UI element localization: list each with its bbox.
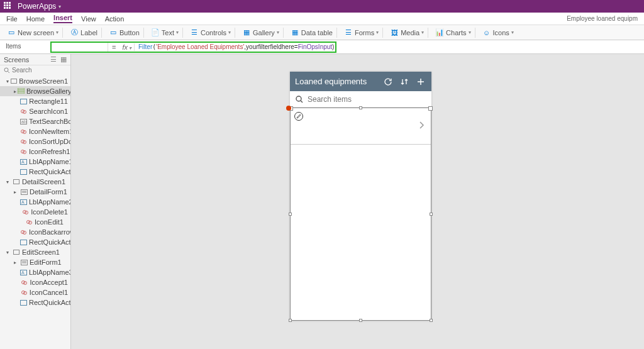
tree-item-label: RectQuickActionBar1: [29, 168, 70, 175]
waffle-icon[interactable]: [4, 2, 13, 11]
menu-home[interactable]: Home: [26, 15, 45, 23]
item-type-icon: A: [20, 199, 27, 205]
ribbon-data-table[interactable]: ▦Data table: [287, 28, 337, 38]
preview-search[interactable]: [290, 91, 431, 108]
chevron-down-icon: ▾: [129, 45, 131, 51]
toggle-icon[interactable]: ▸: [14, 89, 16, 94]
tree-item-RectQuickActionBar1[interactable]: RectQuickActionBar1: [0, 167, 70, 177]
add-icon[interactable]: [415, 76, 426, 87]
ribbon-charts[interactable]: 📊Charts▾: [432, 28, 475, 38]
fx-button[interactable]: fx▾: [119, 43, 135, 51]
item-type-icon: [18, 88, 25, 94]
toggle-icon[interactable]: ▸: [14, 260, 19, 265]
item-type-icon: [20, 169, 27, 175]
toggle-icon[interactable]: ▾: [6, 250, 11, 255]
tree-item-IconDelete1[interactable]: IconDelete1: [0, 207, 70, 217]
resize-handle[interactable]: [430, 319, 433, 322]
tree-item-RectQuickActionBar3[interactable]: RectQuickActionBar3: [0, 297, 70, 307]
tree-item-DetailScreen1[interactable]: ▾DetailScreen1: [0, 177, 70, 187]
resize-handle[interactable]: [289, 319, 292, 322]
chevron-right-icon[interactable]: [418, 121, 425, 131]
gallery-selected[interactable]: [290, 108, 431, 321]
tree-item-IconCancel1[interactable]: IconCancel1: [0, 287, 70, 297]
menu-view[interactable]: View: [81, 15, 96, 23]
tree-item-IconEdit1[interactable]: IconEdit1: [0, 217, 70, 227]
ribbon-forms[interactable]: ☰Forms▾: [341, 28, 383, 38]
tree-item-IconRefresh1[interactable]: IconRefresh1: [0, 147, 70, 157]
ribbon: ▭New screen▾ ⒶLabel ▭Button 📄Text▾ ☰Cont…: [0, 25, 644, 40]
svg-point-37: [24, 281, 27, 284]
property-dropdown[interactable]: [52, 43, 108, 52]
svg-point-27: [28, 221, 31, 224]
menu-file[interactable]: File: [6, 15, 18, 23]
formula-input[interactable]: Filter('Employee Loaned Equipments',your…: [135, 43, 335, 50]
svg-line-1: [8, 71, 10, 73]
tree-item-SearchIcon1[interactable]: SearchIcon1: [0, 106, 70, 116]
tree-item-IconNewItem1[interactable]: IconNewItem1: [0, 126, 70, 136]
tree-item-IconBackarrow1[interactable]: IconBackarrow1: [0, 227, 70, 237]
svg-rect-30: [21, 240, 27, 245]
resize-handle[interactable]: [289, 213, 292, 216]
resize-handle[interactable]: [359, 319, 362, 322]
tree-item-BrowseScreen1[interactable]: ▾BrowseScreen1: [0, 76, 70, 86]
equals-sign: =: [108, 43, 119, 51]
gallery-row[interactable]: [291, 108, 431, 145]
ribbon-gallery[interactable]: ▦Gallery▾: [239, 28, 284, 38]
toggle-icon[interactable]: ▾: [6, 179, 11, 185]
tree-item-RectQuickActionBar2[interactable]: RectQuickActionBar2: [0, 237, 70, 247]
item-type-icon: [11, 78, 17, 84]
rl: Label: [80, 29, 97, 36]
title-bar: PowerApps ▾: [0, 0, 644, 13]
tree-item-IconAccept1[interactable]: IconAccept1: [0, 277, 70, 287]
tree-search[interactable]: [0, 65, 70, 75]
toggle-icon[interactable]: ▾: [6, 79, 9, 84]
item-type-icon: [25, 219, 33, 225]
ribbon-media[interactable]: 🖼Media▾: [387, 28, 428, 38]
item-type-icon: [20, 138, 27, 145]
ribbon-icons[interactable]: ☺Icons▾: [479, 28, 518, 38]
edit-icon[interactable]: [294, 112, 303, 121]
tree-item-label: TextSearchBox1: [29, 118, 70, 125]
toggle-icon[interactable]: ▸: [14, 189, 19, 195]
tree-item-DetailForm1[interactable]: ▸DetailForm1: [0, 187, 70, 197]
svg-point-14: [21, 150, 25, 153]
resize-handle[interactable]: [430, 213, 433, 216]
ribbon-button[interactable]: ▭Button: [106, 28, 144, 38]
tree-search-input[interactable]: [12, 67, 62, 74]
canvas[interactable]: Loaned equipments: [71, 54, 644, 349]
grid-view-icon[interactable]: ▦: [60, 55, 67, 64]
property-select[interactable]: Items: [4, 42, 48, 52]
chevron-down-icon: ▾: [376, 30, 379, 35]
tree-item-IconSortUpDown1[interactable]: IconSortUpDown1: [0, 136, 70, 147]
tree-item-label: IconRefresh1: [29, 148, 70, 155]
tree-item-label: IconAccept1: [30, 279, 68, 286]
svg-point-38: [21, 291, 25, 294]
chevron-down-icon[interactable]: ▾: [58, 4, 61, 9]
list-view-icon[interactable]: ☰: [50, 55, 57, 64]
tree-item-BrowseGallery1[interactable]: ▸BrowseGallery1: [0, 86, 70, 96]
button-icon: ▭: [109, 29, 117, 36]
item-type-icon: [20, 189, 28, 195]
refresh-icon[interactable]: [382, 76, 394, 87]
rl: Icons: [493, 29, 509, 36]
formula-str: 'Employee Loaned Equipments': [156, 43, 244, 50]
ribbon-text[interactable]: 📄Text▾: [148, 28, 183, 38]
tree-item-Rectangle11[interactable]: Rectangle11: [0, 96, 70, 106]
svg-point-12: [21, 140, 25, 143]
tree-item-TextSearchBox1[interactable]: abTextSearchBox1: [0, 116, 70, 126]
tree-item-LblAppName1[interactable]: ALblAppName1: [0, 157, 70, 167]
tree-item-LblAppName2[interactable]: ALblAppName2: [0, 197, 70, 207]
tree-item-LblAppName3[interactable]: ALblAppName3: [0, 267, 70, 277]
preview-search-input[interactable]: [308, 95, 426, 104]
tree-item-EditScreen1[interactable]: ▾EditScreen1: [0, 247, 70, 257]
rl: Text: [162, 29, 174, 36]
ribbon-new-screen[interactable]: ▭New screen▾: [4, 28, 63, 38]
menu-action[interactable]: Action: [105, 15, 125, 23]
tree-item-EditForm1[interactable]: ▸EditForm1: [0, 257, 70, 267]
rl: Button: [119, 29, 140, 36]
sort-icon[interactable]: [399, 76, 410, 87]
ribbon-controls[interactable]: ☰Controls▾: [187, 28, 235, 38]
ribbon-label[interactable]: ⒶLabel: [67, 28, 102, 38]
tree-item-label: IconEdit1: [35, 218, 64, 226]
menu-insert[interactable]: Insert: [53, 14, 72, 23]
